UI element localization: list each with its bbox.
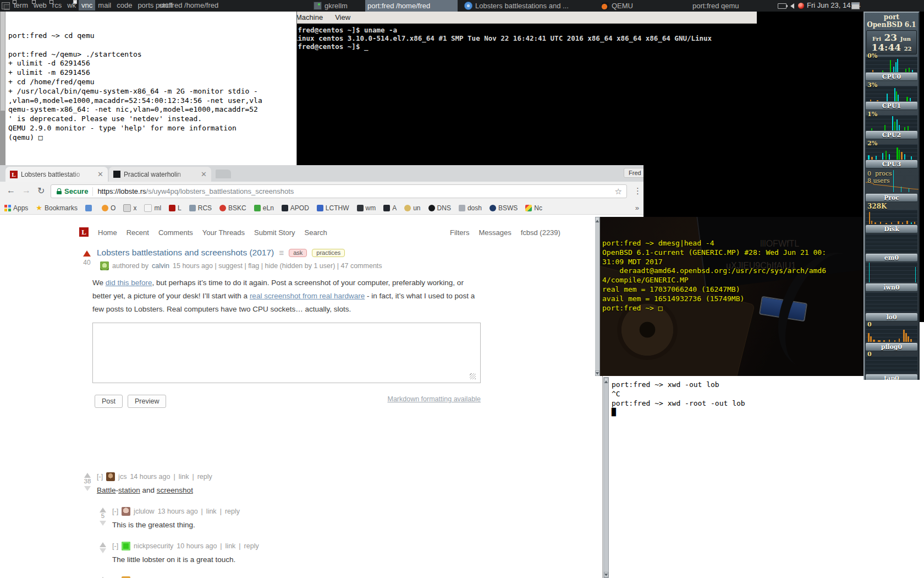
task-gkrellm[interactable]: gkrellm xyxy=(311,0,350,12)
story-upvote-arrow[interactable] xyxy=(83,250,91,257)
bookmarks-overflow-icon[interactable]: » xyxy=(635,204,639,212)
lobsters-logo[interactable]: L xyxy=(79,227,89,237)
disk-label[interactable]: Disk xyxy=(866,225,917,233)
comment-upvote-arrow[interactable] xyxy=(100,508,106,512)
battle-link[interactable]: Battle xyxy=(97,486,116,494)
volume-icon[interactable] xyxy=(790,3,794,9)
bookmarks-shortcut[interactable]: ★ Bookmarks xyxy=(36,204,78,212)
terminal-scrollbar[interactable] xyxy=(595,217,600,376)
comment-collapse-toggle[interactable]: [-] xyxy=(112,542,118,550)
scroll-up-icon[interactable] xyxy=(595,217,600,222)
bookmark-item[interactable]: un xyxy=(404,204,420,212)
tab-close-icon[interactable]: ✕ xyxy=(97,170,103,178)
new-tab-button[interactable] xyxy=(216,170,231,178)
cpu1-label[interactable]: CPU1 xyxy=(866,102,917,110)
bookmark-item[interactable]: A xyxy=(383,204,397,212)
bookmark-item[interactable]: dosh xyxy=(459,204,482,212)
bookmark-item[interactable]: x xyxy=(123,204,136,212)
nav-recent[interactable]: Recent xyxy=(127,228,149,237)
markdown-note-link[interactable]: Markdown formatting available xyxy=(359,395,481,403)
forward-button[interactable]: → xyxy=(22,186,31,195)
bookmark-item[interactable]: ml xyxy=(144,204,161,212)
comment-author-link[interactable]: jcs xyxy=(118,473,127,481)
em0-label[interactable]: em0 xyxy=(866,254,917,262)
bookmark-item[interactable]: L xyxy=(169,204,182,212)
bookmark-item[interactable] xyxy=(85,205,94,211)
bookmark-item[interactable]: wm xyxy=(357,204,376,212)
comment-author-link[interactable]: nickpsecurity xyxy=(134,542,173,550)
scroll-up-icon[interactable] xyxy=(604,378,608,383)
tab-practical-waterholing[interactable]: Practical waterholin ✕ xyxy=(109,167,211,182)
task-chrome[interactable]: Lobsters battlestations and ... xyxy=(462,0,571,12)
lo0-label[interactable]: lo0 xyxy=(866,313,917,321)
station-link[interactable]: station xyxy=(118,486,140,494)
comment-reply-link[interactable]: reply xyxy=(225,508,240,515)
tab-lobsters[interactable]: L Lobsters battlestatio ✕ xyxy=(6,167,108,182)
nav-submit-story[interactable]: Submit Story xyxy=(254,228,295,237)
menu-machine[interactable]: Machine xyxy=(296,13,323,21)
show-desktop-icon[interactable] xyxy=(851,2,860,9)
tab-close-icon[interactable]: ✕ xyxy=(201,170,207,178)
comment-downvote-arrow[interactable] xyxy=(84,486,91,491)
screenshot-link[interactable]: screenshot xyxy=(157,486,193,494)
nav-filters[interactable]: Filters xyxy=(450,228,469,237)
bookmark-item[interactable]: APOD xyxy=(282,204,309,212)
proc-label[interactable]: Proc xyxy=(866,194,917,202)
comment-upvote-arrow[interactable] xyxy=(84,473,91,478)
comment-collapse-toggle[interactable]: [-] xyxy=(97,473,103,481)
comment-downvote-arrow[interactable] xyxy=(100,548,106,553)
reload-button[interactable]: ↻ xyxy=(37,186,45,196)
nav-home[interactable]: Home xyxy=(98,228,117,237)
nav-comments[interactable]: Comments xyxy=(158,228,193,237)
terminal-scrollbar[interactable] xyxy=(0,12,6,165)
scroll-down-icon[interactable] xyxy=(604,572,608,577)
workspace-mail[interactable]: mail xyxy=(95,0,114,10)
preview-button[interactable]: Preview xyxy=(128,395,166,408)
profile-button[interactable]: Fred xyxy=(624,168,644,178)
pflog0-label[interactable]: pflog0 xyxy=(866,343,917,351)
comment-author-link[interactable]: jclulow xyxy=(134,508,155,515)
task-terminal-active[interactable]: port:fred /home/fred xyxy=(365,0,458,12)
terminal-scrollbar[interactable] xyxy=(603,377,609,578)
comment-permalink[interactable]: link xyxy=(179,473,189,481)
real-screenshot-link[interactable]: real screenshot from real hardware xyxy=(250,292,365,300)
workspace-vnc-active[interactable]: vnc xyxy=(79,0,95,10)
iwn0-label[interactable]: iwn0 xyxy=(866,283,917,292)
bookmark-star-icon[interactable]: ☆ xyxy=(615,187,622,197)
did-this-before-link[interactable]: did this before xyxy=(106,279,152,287)
workspace-ports[interactable]: ports xyxy=(135,0,156,10)
bookmark-item[interactable]: DNS xyxy=(428,204,451,212)
nav-search[interactable]: Search xyxy=(305,228,327,237)
nav-messages[interactable]: Messages xyxy=(479,228,511,237)
notification-icon[interactable] xyxy=(798,3,804,9)
bookmark-item[interactable]: BSKC xyxy=(219,204,246,212)
battery-icon[interactable] xyxy=(778,3,787,9)
bookmark-item[interactable]: RCS xyxy=(189,204,212,212)
cpu2-label[interactable]: CPU2 xyxy=(866,131,917,139)
tap0-label[interactable]: tap0 xyxy=(866,374,917,380)
bookmark-item[interactable]: O xyxy=(102,204,116,212)
nav-user-karma[interactable]: fcbsd (2239) xyxy=(521,228,560,237)
story-title-link[interactable]: Lobsters battlestations and screenshots … xyxy=(97,248,274,258)
comment-collapse-toggle[interactable]: [-] xyxy=(112,508,118,515)
bookmark-item[interactable]: Nc xyxy=(525,204,542,212)
comment-reply-link[interactable]: reply xyxy=(197,473,212,481)
tag-ask[interactable]: ask xyxy=(289,249,307,257)
post-button[interactable]: Post xyxy=(95,395,123,408)
comment-downvote-arrow[interactable] xyxy=(100,521,106,526)
back-button[interactable]: ← xyxy=(7,186,15,195)
comment-permalink[interactable]: link xyxy=(226,542,236,550)
cpu3-label[interactable]: CPU3 xyxy=(866,160,917,168)
browser-menu-icon[interactable]: ⋮ xyxy=(634,186,642,196)
scroll-down-icon[interactable] xyxy=(595,370,600,376)
comment-upvote-arrow[interactable] xyxy=(100,542,106,547)
bookmark-item[interactable]: BSWS xyxy=(490,204,518,212)
address-bar[interactable]: Secure https://lobste.rs/s/uyw4pq/lobste… xyxy=(51,184,627,198)
bookmark-item[interactable]: eLn xyxy=(254,204,274,212)
task-qemu-terminal[interactable]: port:fred qemu xyxy=(690,0,741,12)
workspace-code[interactable]: code xyxy=(114,0,135,10)
author-link[interactable]: calvin xyxy=(152,262,169,270)
pager-icon[interactable] xyxy=(2,2,10,9)
task-qemu[interactable]: QEMU xyxy=(600,0,635,12)
comment-permalink[interactable]: link xyxy=(206,508,217,515)
